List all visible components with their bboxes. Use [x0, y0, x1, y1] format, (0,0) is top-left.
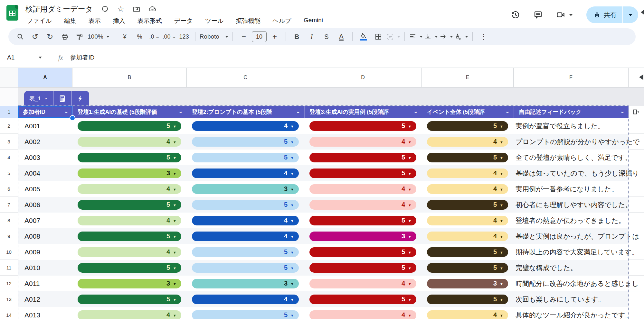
- row-header-11[interactable]: 11: [0, 260, 18, 276]
- column-dropdown-chevron-icon[interactable]: ⌄: [296, 108, 300, 115]
- column-header-E[interactable]: E: [422, 68, 514, 87]
- participant-id-cell[interactable]: A003: [24, 150, 40, 165]
- rating-chip[interactable]: 5▼: [192, 310, 299, 319]
- column-dropdown-chevron-icon[interactable]: ⌄: [178, 108, 183, 115]
- column-header-A[interactable]: A: [18, 68, 72, 87]
- participant-id-cell[interactable]: A012: [24, 291, 40, 307]
- increase-decimal-button[interactable]: .00→: [163, 30, 176, 43]
- rating-chip[interactable]: 5▼: [309, 153, 416, 162]
- menu-extensions[interactable]: 拡張機能: [235, 16, 262, 26]
- decrease-font-size-button[interactable]: −: [237, 30, 251, 43]
- menu-insert[interactable]: 挿入: [112, 16, 127, 26]
- column-dropdown-chevron-icon[interactable]: ⌄: [64, 108, 69, 115]
- rating-chip[interactable]: 5▼: [309, 247, 416, 257]
- rating-chip[interactable]: 5▼: [192, 137, 299, 147]
- feedback-cell[interactable]: 全ての登壇が素晴らしく、満足です。: [516, 150, 632, 165]
- rating-chip[interactable]: 5▼: [192, 200, 299, 210]
- rating-chip[interactable]: 4▼: [309, 184, 416, 194]
- rating-chip[interactable]: 3▼: [192, 279, 299, 288]
- rating-chip[interactable]: 5▼: [309, 263, 416, 273]
- share-dropdown-button[interactable]: [623, 6, 638, 23]
- comments-icon[interactable]: [534, 10, 543, 19]
- rating-chip[interactable]: 3▼: [78, 279, 181, 288]
- add-column-button[interactable]: [631, 107, 641, 117]
- rating-chip[interactable]: 5▼: [192, 153, 299, 162]
- font-size-input[interactable]: 10: [252, 31, 267, 42]
- horizontal-align-button[interactable]: [409, 30, 423, 43]
- row-header-5[interactable]: 5: [0, 165, 18, 181]
- rating-chip[interactable]: 4▼: [309, 137, 416, 147]
- zoom-select[interactable]: 100%: [88, 30, 109, 43]
- rating-chip[interactable]: 4▼: [78, 216, 181, 225]
- row-header-3[interactable]: 3: [0, 134, 18, 150]
- column-header-B[interactable]: B: [72, 68, 187, 87]
- rating-chip[interactable]: 5▼: [427, 295, 508, 304]
- participant-id-cell[interactable]: A001: [24, 118, 40, 134]
- feedback-cell[interactable]: 時間配分に改善の余地があると感じまし: [516, 276, 639, 291]
- font-select[interactable]: Roboto: [200, 30, 228, 43]
- rating-chip[interactable]: 5▼: [427, 200, 508, 210]
- row-header-14[interactable]: 14: [0, 307, 18, 319]
- rating-chip[interactable]: 4▼: [192, 295, 299, 304]
- menu-gemini[interactable]: Gemini: [302, 16, 324, 26]
- rating-chip[interactable]: 4▼: [427, 137, 508, 147]
- menu-data[interactable]: データ: [173, 16, 194, 26]
- vertical-align-button[interactable]: [424, 30, 438, 43]
- video-call-dropdown-caret[interactable]: [569, 14, 573, 16]
- feedback-cell[interactable]: 実用例が一番参考になりました。: [516, 181, 618, 197]
- version-history-icon[interactable]: [511, 10, 520, 19]
- row-header-4[interactable]: 4: [0, 150, 18, 165]
- column-header-F[interactable]: F: [514, 68, 629, 87]
- collapse-side-panel-icon[interactable]: [639, 74, 643, 80]
- star-icon[interactable]: ☆: [117, 5, 124, 13]
- rating-chip[interactable]: 4▼: [192, 121, 299, 131]
- rating-chip[interactable]: 5▼: [427, 247, 508, 257]
- search-menus-button[interactable]: [14, 30, 27, 43]
- table-header-cell-1[interactable]: 参加者ID⌄: [18, 106, 72, 118]
- rating-chip[interactable]: 4▼: [427, 310, 508, 319]
- rating-chip[interactable]: 4▼: [192, 169, 299, 178]
- rating-chip[interactable]: 5▼: [309, 295, 416, 304]
- increase-font-size-button[interactable]: +: [268, 30, 281, 43]
- row-header-8[interactable]: 8: [0, 213, 18, 228]
- rating-chip[interactable]: 4▼: [78, 184, 181, 194]
- feedback-cell[interactable]: 完璧な構成でした。: [516, 260, 577, 276]
- rating-chip[interactable]: 5▼: [427, 263, 508, 273]
- feedback-cell[interactable]: 次回も楽しみにしています。: [516, 291, 605, 307]
- participant-id-cell[interactable]: A004: [24, 165, 40, 181]
- text-rotation-button[interactable]: [454, 30, 468, 43]
- rating-chip[interactable]: 3▼: [78, 169, 181, 178]
- menu-view[interactable]: 表示: [87, 16, 102, 26]
- column-dropdown-chevron-icon[interactable]: ⌄: [620, 108, 625, 115]
- share-button[interactable]: 共有: [586, 6, 622, 23]
- row-header-10[interactable]: 10: [0, 244, 18, 260]
- table-header-cell-3[interactable]: 登壇2:プロンプトの基本 (5段階⌄: [187, 106, 304, 118]
- rating-chip[interactable]: 4▼: [192, 216, 299, 225]
- format-percent-button[interactable]: %: [133, 30, 147, 43]
- column-dropdown-chevron-icon[interactable]: ⌄: [505, 108, 510, 115]
- column-header-C[interactable]: C: [187, 68, 304, 87]
- column-dropdown-chevron-icon[interactable]: ⌄: [413, 108, 418, 115]
- feedback-cell[interactable]: 期待以上の内容で大変満足しています。: [516, 244, 638, 260]
- redo-button[interactable]: ↻: [43, 30, 57, 43]
- rating-chip[interactable]: 5▼: [78, 200, 181, 210]
- feedback-cell[interactable]: プロンプトの解説が分かりやすかったで: [516, 134, 639, 150]
- participant-id-cell[interactable]: A006: [24, 197, 40, 213]
- italic-button[interactable]: I: [305, 30, 318, 43]
- table-header-cell-2[interactable]: 登壇1:生成AIの基礎 (5段階評価⌄: [72, 106, 187, 118]
- rating-chip[interactable]: 4▼: [427, 232, 508, 241]
- table-suggestions-button[interactable]: [71, 91, 89, 106]
- feedback-cell[interactable]: 基礎は知っていたので、もう少し深掘り: [516, 165, 639, 181]
- participant-id-cell[interactable]: A007: [24, 213, 40, 228]
- rating-chip[interactable]: 4▼: [309, 310, 416, 319]
- more-formats-button[interactable]: 123: [177, 30, 191, 43]
- feedback-cell[interactable]: 基礎と実例は良かったが、プロンプトは: [516, 228, 639, 244]
- move-folder-icon[interactable]: [133, 5, 140, 13]
- sheets-logo-icon[interactable]: [6, 5, 18, 21]
- format-currency-button[interactable]: ¥: [118, 30, 132, 43]
- formula-bar-value[interactable]: 参加者ID: [70, 53, 94, 62]
- bold-button[interactable]: B: [290, 30, 304, 43]
- strikethrough-button[interactable]: S: [320, 30, 333, 43]
- participant-id-cell[interactable]: A010: [24, 260, 40, 276]
- rating-chip[interactable]: 5▼: [309, 169, 416, 178]
